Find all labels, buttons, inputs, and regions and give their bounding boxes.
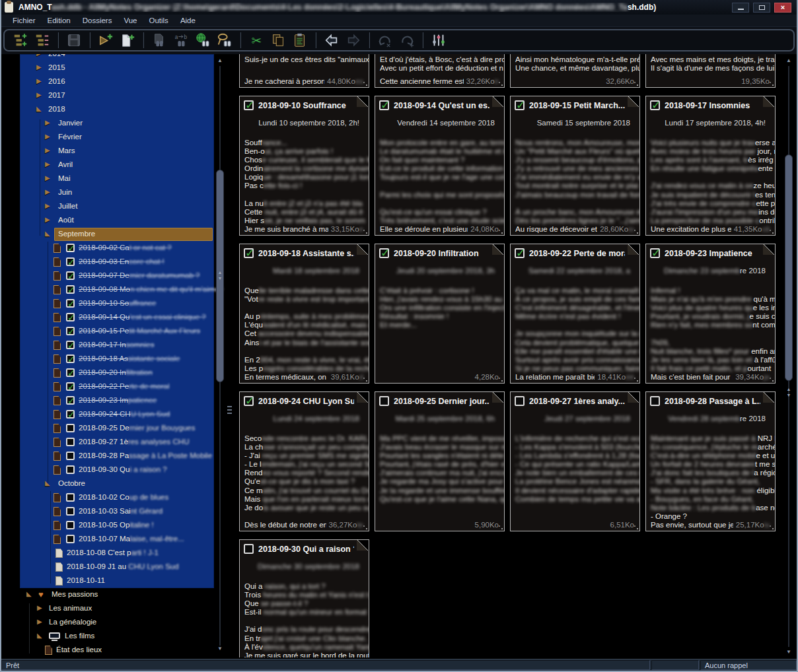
minimize-button[interactable] bbox=[732, 3, 749, 13]
checkbox-unchecked-icon[interactable] bbox=[66, 424, 75, 432]
resize-grip-icon[interactable] bbox=[363, 378, 367, 382]
notes-scroll-jump-icons[interactable]: ▲▼ bbox=[784, 386, 793, 398]
expand-arrow-icon[interactable]: ▶ bbox=[36, 91, 42, 98]
tree-item[interactable]: ▶2017 bbox=[5, 89, 230, 103]
resize-grip-icon[interactable] bbox=[634, 378, 638, 382]
checkbox-checked-icon[interactable]: ✓ bbox=[66, 354, 75, 363]
expand-arrow-icon[interactable]: ▶ bbox=[37, 618, 42, 625]
add-root-folder-icon[interactable] bbox=[11, 31, 30, 50]
tree-item[interactable]: ✓2018-09-17 Insomnies bbox=[5, 339, 230, 353]
notes-scroll-down-icon[interactable]: ▼ bbox=[784, 648, 793, 656]
tree-item[interactable]: ✓2018-09-03 Encore chat ! bbox=[5, 255, 230, 269]
tree-item[interactable]: ▶2016 bbox=[5, 75, 230, 89]
tree-item[interactable]: ◣Octobre bbox=[5, 477, 230, 491]
checkbox-checked-icon[interactable]: ✓ bbox=[66, 396, 75, 405]
splitter-handle[interactable] bbox=[227, 403, 232, 417]
tree-item[interactable]: 2018-10-05 Opitaline ! bbox=[5, 519, 230, 533]
tree-item[interactable]: 2018-10-08 C'est parti ! J-1 bbox=[5, 547, 230, 560]
checkbox-checked-icon[interactable]: ✓ bbox=[66, 382, 75, 391]
expand-arrow-icon[interactable]: ▶ bbox=[45, 147, 50, 154]
note-checkbox-checked[interactable]: ✓ bbox=[515, 100, 525, 110]
note-card[interactable]: ✓2018-09-17 InsomniesLundi 17 septembre … bbox=[645, 96, 776, 236]
note-card[interactable]: 2018-09-27 1ères analy...Jeudi 27 septem… bbox=[510, 391, 640, 531]
tree-item[interactable]: ◣2018 bbox=[5, 103, 230, 117]
tree-item[interactable]: ▶Mars bbox=[5, 145, 230, 158]
expand-arrow-icon[interactable]: ▶ bbox=[36, 77, 42, 84]
note-checkbox-unchecked[interactable] bbox=[379, 396, 389, 406]
checkbox-checked-icon[interactable]: ✓ bbox=[66, 257, 75, 266]
note-checkbox-checked[interactable]: ✓ bbox=[379, 248, 389, 258]
resize-grip-icon[interactable] bbox=[634, 525, 638, 529]
tree-item[interactable]: ▶2014 bbox=[5, 54, 230, 61]
note-checkbox-unchecked[interactable] bbox=[244, 544, 254, 554]
note-checkbox-checked[interactable]: ✓ bbox=[650, 248, 660, 258]
checkbox-unchecked-icon[interactable] bbox=[66, 452, 75, 460]
new-folder-icon[interactable] bbox=[96, 31, 115, 50]
tree-item[interactable]: ✓2018-09-24 CHU Lyon Sud bbox=[5, 408, 230, 422]
cut-icon[interactable]: ✂ bbox=[247, 31, 266, 50]
note-checkbox-checked[interactable]: ✓ bbox=[244, 396, 254, 406]
resize-grip-icon[interactable] bbox=[770, 82, 774, 86]
tree-item[interactable]: ▶Juin bbox=[5, 186, 230, 200]
expand-arrow-icon[interactable]: ▶ bbox=[45, 202, 50, 209]
resize-grip-icon[interactable] bbox=[363, 82, 367, 86]
expand-arrow-icon[interactable]: ▶ bbox=[37, 604, 42, 611]
copy-icon[interactable] bbox=[269, 31, 287, 50]
note-card[interactable]: 2018-09-25 Dernier jour...Mardi 25 septe… bbox=[375, 391, 505, 531]
checkbox-unchecked-icon[interactable] bbox=[66, 507, 75, 516]
checkbox-checked-icon[interactable]: ✓ bbox=[66, 299, 75, 308]
collapse-arrow-icon[interactable]: ◣ bbox=[37, 632, 42, 639]
note-card[interactable]: ✓2018-09-18 Assistante s...Mardi 18 sept… bbox=[239, 244, 369, 384]
tree-item[interactable]: ✓2018-09-02 Cat or not cat ? bbox=[5, 242, 230, 255]
back-icon[interactable] bbox=[322, 31, 341, 50]
collapse-arrow-icon[interactable]: ◣ bbox=[45, 479, 50, 487]
tree-item[interactable]: ✓2018-09-22 Perte de moral bbox=[5, 380, 230, 394]
tree-scroll-up-icon[interactable]: ▲ bbox=[215, 57, 225, 65]
expand-arrow-icon[interactable]: ▶ bbox=[45, 174, 50, 182]
tree-scroll-down-icon[interactable]: ▼ bbox=[215, 645, 225, 653]
tree-item[interactable]: 2018-10-03 Saint Gérard bbox=[5, 505, 230, 519]
note-card[interactable]: Avec mes mains et mes doigts, je tranIl … bbox=[645, 54, 776, 88]
tree-item[interactable]: ◣Septembre bbox=[5, 228, 230, 242]
tree-item[interactable]: ▶La généalogie bbox=[5, 616, 230, 630]
resize-grip-icon[interactable] bbox=[363, 230, 367, 234]
tree-scroll-jump-icons[interactable]: ▲▼ bbox=[215, 269, 225, 281]
note-card[interactable]: Suis-je un de ces êtres dits "animaux", … bbox=[239, 54, 369, 88]
menu-vue[interactable]: Vue bbox=[118, 15, 143, 26]
checkbox-checked-icon[interactable]: ✓ bbox=[66, 341, 75, 349]
collapse-arrow-icon[interactable]: ◣ bbox=[45, 230, 50, 237]
tree-item[interactable]: ✓2018-09-23 Impatience bbox=[5, 394, 230, 408]
menu-edition[interactable]: Edition bbox=[42, 15, 77, 26]
expand-arrow-icon[interactable]: ▶ bbox=[45, 188, 50, 195]
checkbox-checked-icon[interactable]: ✓ bbox=[66, 244, 75, 252]
tree-item[interactable]: ▶Janvier bbox=[5, 117, 230, 131]
note-card[interactable]: ✓2018-09-24 CHU Lyon SudLundi 24 septemb… bbox=[239, 391, 369, 531]
expand-arrow-icon[interactable]: ▶ bbox=[36, 63, 42, 71]
options-icon[interactable] bbox=[429, 31, 448, 50]
note-checkbox-unchecked[interactable] bbox=[650, 396, 660, 406]
note-checkbox-checked[interactable]: ✓ bbox=[379, 100, 389, 110]
tree-item[interactable]: ✓2018-09-08 Mon chien me dit qu'il m'aim… bbox=[5, 283, 230, 297]
menu-aide[interactable]: Aide bbox=[174, 15, 201, 26]
tree-item[interactable]: ▶Mai bbox=[5, 172, 230, 186]
paste-icon[interactable] bbox=[291, 31, 309, 50]
resize-grip-icon[interactable] bbox=[363, 525, 367, 529]
note-card[interactable]: ✓2018-09-22 Perte de moralSamedi 22 sept… bbox=[510, 244, 640, 384]
tree-item[interactable]: ✓2018-09-14 Qu'est un essai clinique ? bbox=[5, 311, 230, 325]
resize-grip-icon[interactable] bbox=[634, 230, 638, 234]
resize-grip-icon[interactable] bbox=[634, 82, 638, 86]
tree-item[interactable]: ◣Les films bbox=[5, 630, 230, 644]
note-card[interactable]: ✓2018-09-23 ImpatienceDimanche 23 septem… bbox=[645, 244, 776, 384]
menu-dossiers[interactable]: Dossiers bbox=[77, 15, 118, 26]
note-checkbox-unchecked[interactable] bbox=[515, 396, 525, 406]
search-branch-icon[interactable] bbox=[215, 31, 234, 50]
checkbox-checked-icon[interactable]: ✓ bbox=[66, 271, 75, 280]
tree-scrollbar[interactable]: ▲ ▲▼ ▼ bbox=[215, 55, 225, 656]
tree-item[interactable]: ▶Les animaux bbox=[5, 602, 230, 616]
tree-item[interactable]: ▶Juillet bbox=[5, 200, 230, 214]
checkbox-unchecked-icon[interactable] bbox=[66, 535, 75, 543]
checkbox-checked-icon[interactable]: ✓ bbox=[66, 285, 75, 294]
resize-grip-icon[interactable] bbox=[770, 230, 774, 234]
notes-scrollbar[interactable]: ▲ ▲▼ ▼ bbox=[784, 55, 793, 657]
checkbox-unchecked-icon[interactable] bbox=[66, 438, 75, 446]
